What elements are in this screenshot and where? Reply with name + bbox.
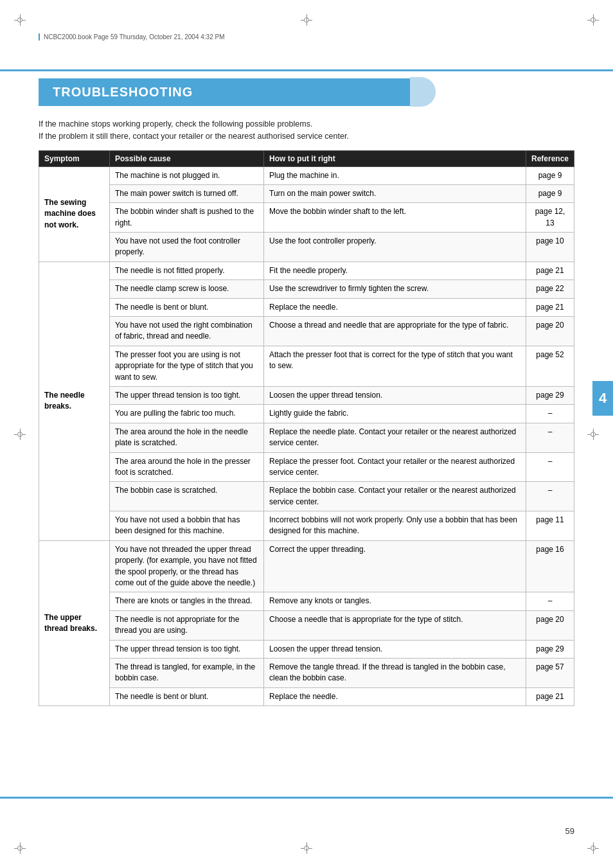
- table-row: You have not used a bobbin that has been…: [39, 511, 574, 541]
- ref-cell: page 57: [526, 659, 574, 688]
- ref-cell: –: [526, 452, 574, 482]
- ref-cell: –: [526, 405, 574, 423]
- cause-cell: You are pulling the fabric too much.: [110, 405, 264, 423]
- fix-cell: Replace the needle.: [264, 298, 526, 316]
- table-row: The presser foot you are using is not ap…: [39, 346, 574, 386]
- page-title: TROUBLESHOOTING: [39, 78, 411, 106]
- crosshair-bm: [301, 842, 312, 854]
- symptom-cell: The sewing machine does not work.: [39, 166, 110, 261]
- ref-cell: page 52: [526, 346, 574, 386]
- ref-cell: page 29: [526, 640, 574, 658]
- side-tab: 4: [592, 381, 613, 416]
- ref-cell: page 20: [526, 610, 574, 640]
- fix-cell: Replace the bobbin case. Contact your re…: [264, 482, 526, 511]
- intro-text: If the machine stops working properly, c…: [39, 118, 574, 143]
- fix-cell: Loosen the upper thread tension.: [264, 386, 526, 404]
- crosshair-tl: [14, 14, 26, 26]
- ref-cell: page 21: [526, 687, 574, 705]
- cause-cell: The needle clamp screw is loose.: [110, 280, 264, 298]
- col-header-cause: Possible cause: [110, 150, 264, 166]
- table-row: You are pulling the fabric too much.Ligh…: [39, 405, 574, 423]
- table-row: The area around the hole in the presser …: [39, 452, 574, 482]
- fix-cell: Loosen the upper thread tension.: [264, 640, 526, 658]
- crosshair-br: [587, 842, 599, 854]
- col-header-fix: How to put it right: [264, 150, 526, 166]
- table-row: The bobbin case is scratched.Replace the…: [39, 482, 574, 511]
- cause-cell: The needle is bent or blunt.: [110, 687, 264, 705]
- cause-cell: The area around the hole in the needle p…: [110, 423, 264, 452]
- ref-cell: –: [526, 423, 574, 452]
- cause-cell: The upper thread tension is too tight.: [110, 386, 264, 404]
- fix-cell: Replace the needle.: [264, 687, 526, 705]
- table-row: The area around the hole in the needle p…: [39, 423, 574, 452]
- fix-cell: Remove any knots or tangles.: [264, 592, 526, 610]
- cause-cell: You have not threaded the upper thread p…: [110, 540, 264, 592]
- intro-line2: If the problem it still there, contact y…: [39, 130, 574, 143]
- cause-cell: The upper thread tension is too tight.: [110, 640, 264, 658]
- fix-cell: Lightly guide the fabric.: [264, 405, 526, 423]
- ref-cell: page 12, 13: [526, 203, 574, 233]
- cause-cell: The presser foot you are using is not ap…: [110, 346, 264, 386]
- table-row: You have not used the foot controller pr…: [39, 233, 574, 262]
- ref-cell: page 29: [526, 386, 574, 404]
- ref-cell: page 22: [526, 280, 574, 298]
- intro-line1: If the machine stops working properly, c…: [39, 118, 574, 130]
- table-row: The bobbin winder shaft is pushed to the…: [39, 203, 574, 233]
- cause-cell: The machine is not plugged in.: [110, 166, 264, 184]
- symptom-cell: The upper thread breaks.: [39, 540, 110, 705]
- fix-cell: Incorrect bobbins will not work properly…: [264, 511, 526, 541]
- cause-cell: The needle is not fitted properly.: [110, 261, 264, 279]
- crosshair-ml: [14, 429, 26, 440]
- fix-cell: Use the screwdriver to firmly tighten th…: [264, 280, 526, 298]
- ref-cell: page 21: [526, 261, 574, 279]
- cause-cell: The main power switch is turned off.: [110, 184, 264, 202]
- ref-cell: page 11: [526, 511, 574, 541]
- table-row: There are knots or tangles in the thread…: [39, 592, 574, 610]
- fix-cell: Fit the needle properly.: [264, 261, 526, 279]
- fix-cell: Attach the presser foot that is correct …: [264, 346, 526, 386]
- table-row: The needle breaks.The needle is not fitt…: [39, 261, 574, 279]
- cause-cell: There are knots or tangles in the thread…: [110, 592, 264, 610]
- crosshair-tm: [301, 14, 312, 26]
- ref-cell: page 9: [526, 166, 574, 184]
- table-row: The upper thread breaks.You have not thr…: [39, 540, 574, 592]
- symptom-cell: The needle breaks.: [39, 261, 110, 540]
- ref-cell: –: [526, 592, 574, 610]
- cause-cell: You have not used a bobbin that has been…: [110, 511, 264, 541]
- col-header-symptom: Symptom: [39, 150, 110, 166]
- table-row: The needle is bent or blunt.Replace the …: [39, 687, 574, 705]
- table-row: You have not used the right combination …: [39, 317, 574, 346]
- cause-cell: The thread is tangled, for example, in t…: [110, 659, 264, 688]
- ref-cell: page 9: [526, 184, 574, 202]
- page-number: 59: [565, 826, 574, 836]
- file-info: NCBC2000.book Page 59 Thursday, October …: [39, 33, 224, 40]
- cause-cell: The area around the hole in the presser …: [110, 452, 264, 482]
- fix-cell: Replace the presser foot. Contact your r…: [264, 452, 526, 482]
- ref-cell: page 10: [526, 233, 574, 262]
- crosshair-tr: [587, 14, 599, 26]
- header-tab-decoration: [410, 77, 436, 107]
- cause-cell: You have not used the right combination …: [110, 317, 264, 346]
- table-row: The needle clamp screw is loose.Use the …: [39, 280, 574, 298]
- fix-cell: Plug the machine in.: [264, 166, 526, 184]
- fix-cell: Move the bobbin winder shaft to the left…: [264, 203, 526, 233]
- col-header-ref: Reference: [526, 150, 574, 166]
- table-row: The upper thread tension is too tight.Lo…: [39, 640, 574, 658]
- fix-cell: Remove the tangle thread. If the thread …: [264, 659, 526, 688]
- cause-cell: The needle is not appropriate for the th…: [110, 610, 264, 640]
- cause-cell: The bobbin case is scratched.: [110, 482, 264, 511]
- table-row: The upper thread tension is too tight.Lo…: [39, 386, 574, 404]
- cause-cell: The needle is bent or blunt.: [110, 298, 264, 316]
- main-content: TROUBLESHOOTING If the machine stops wor…: [39, 77, 574, 706]
- fix-cell: Use the foot controller properly.: [264, 233, 526, 262]
- fix-cell: Choose a thread and needle that are appr…: [264, 317, 526, 346]
- ref-cell: page 21: [526, 298, 574, 316]
- table-row: The thread is tangled, for example, in t…: [39, 659, 574, 688]
- cause-cell: You have not used the foot controller pr…: [110, 233, 264, 262]
- fix-cell: Turn on the main power switch.: [264, 184, 526, 202]
- crosshair-mr: [587, 429, 599, 440]
- ref-cell: page 20: [526, 317, 574, 346]
- accent-line-top: [0, 69, 613, 71]
- accent-line-bottom: [0, 797, 613, 799]
- cause-cell: The bobbin winder shaft is pushed to the…: [110, 203, 264, 233]
